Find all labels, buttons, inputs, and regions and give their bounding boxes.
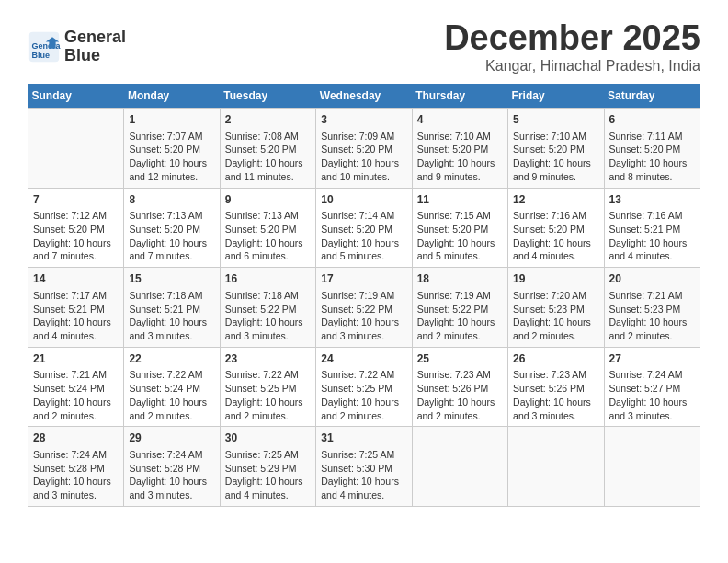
weekday-header-friday: Friday [508, 84, 604, 109]
day-info: Sunrise: 7:16 AMSunset: 5:20 PMDaylight:… [513, 209, 598, 263]
calendar-cell: 19Sunrise: 7:20 AMSunset: 5:23 PMDayligh… [508, 268, 604, 348]
calendar-cell: 7Sunrise: 7:12 AMSunset: 5:20 PMDaylight… [28, 188, 124, 268]
day-info: Sunrise: 7:19 AMSunset: 5:22 PMDaylight:… [321, 289, 406, 343]
calendar-cell: 1Sunrise: 7:07 AMSunset: 5:20 PMDaylight… [124, 109, 220, 189]
day-info: Sunrise: 7:08 AMSunset: 5:20 PMDaylight:… [225, 130, 311, 184]
day-number: 2 [225, 112, 311, 128]
calendar-cell [412, 427, 507, 507]
calendar-cell: 17Sunrise: 7:19 AMSunset: 5:22 PMDayligh… [316, 268, 412, 348]
calendar-cell: 8Sunrise: 7:13 AMSunset: 5:20 PMDaylight… [124, 188, 220, 268]
day-number: 7 [33, 192, 119, 208]
day-info: Sunrise: 7:13 AMSunset: 5:20 PMDaylight:… [225, 209, 311, 263]
day-number: 6 [609, 112, 695, 128]
calendar-cell: 14Sunrise: 7:17 AMSunset: 5:21 PMDayligh… [28, 268, 124, 348]
calendar-cell: 29Sunrise: 7:24 AMSunset: 5:28 PMDayligh… [124, 427, 220, 507]
day-number: 18 [417, 271, 503, 287]
day-number: 25 [417, 351, 503, 367]
day-info: Sunrise: 7:24 AMSunset: 5:28 PMDaylight:… [33, 448, 119, 502]
day-info: Sunrise: 7:18 AMSunset: 5:22 PMDaylight:… [225, 289, 311, 343]
calendar-cell: 11Sunrise: 7:15 AMSunset: 5:20 PMDayligh… [412, 188, 507, 268]
week-row-3: 21Sunrise: 7:21 AMSunset: 5:24 PMDayligh… [28, 347, 700, 427]
day-number: 17 [321, 271, 406, 287]
calendar-cell: 10Sunrise: 7:14 AMSunset: 5:20 PMDayligh… [316, 188, 412, 268]
day-number: 30 [225, 431, 311, 446]
day-info: Sunrise: 7:16 AMSunset: 5:21 PMDaylight:… [609, 209, 695, 263]
calendar-cell [604, 427, 700, 507]
day-number: 11 [417, 192, 503, 208]
day-number: 22 [129, 351, 214, 367]
svg-text:General: General [32, 41, 62, 51]
day-info: Sunrise: 7:24 AMSunset: 5:28 PMDaylight:… [129, 448, 214, 502]
day-info: Sunrise: 7:20 AMSunset: 5:23 PMDaylight:… [513, 289, 598, 343]
logo: General Blue General Blue [28, 29, 126, 65]
calendar-cell [28, 109, 124, 189]
calendar-cell: 4Sunrise: 7:10 AMSunset: 5:20 PMDaylight… [412, 109, 507, 189]
day-info: Sunrise: 7:10 AMSunset: 5:20 PMDaylight:… [513, 130, 598, 184]
day-info: Sunrise: 7:09 AMSunset: 5:20 PMDaylight:… [321, 130, 406, 184]
day-number: 31 [321, 431, 406, 446]
calendar-cell: 25Sunrise: 7:23 AMSunset: 5:26 PMDayligh… [412, 347, 507, 427]
day-info: Sunrise: 7:07 AMSunset: 5:20 PMDaylight:… [129, 130, 214, 184]
day-info: Sunrise: 7:15 AMSunset: 5:20 PMDaylight:… [417, 209, 503, 263]
day-info: Sunrise: 7:23 AMSunset: 5:26 PMDaylight:… [417, 368, 503, 422]
weekday-header-tuesday: Tuesday [220, 84, 315, 109]
day-info: Sunrise: 7:25 AMSunset: 5:29 PMDaylight:… [225, 448, 311, 502]
calendar-cell: 15Sunrise: 7:18 AMSunset: 5:21 PMDayligh… [124, 268, 220, 348]
weekday-header-wednesday: Wednesday [316, 84, 412, 109]
day-info: Sunrise: 7:11 AMSunset: 5:20 PMDaylight:… [609, 130, 695, 184]
day-number: 8 [129, 192, 214, 208]
calendar-cell: 24Sunrise: 7:22 AMSunset: 5:25 PMDayligh… [316, 347, 412, 427]
day-info: Sunrise: 7:10 AMSunset: 5:20 PMDaylight:… [417, 130, 503, 184]
week-row-0: 1Sunrise: 7:07 AMSunset: 5:20 PMDaylight… [28, 109, 700, 189]
calendar-cell: 23Sunrise: 7:22 AMSunset: 5:25 PMDayligh… [220, 347, 315, 427]
calendar-cell: 30Sunrise: 7:25 AMSunset: 5:29 PMDayligh… [220, 427, 315, 507]
day-number: 9 [225, 192, 311, 208]
weekday-header-row: SundayMondayTuesdayWednesdayThursdayFrid… [28, 84, 700, 109]
calendar-cell: 16Sunrise: 7:18 AMSunset: 5:22 PMDayligh… [220, 268, 315, 348]
day-number: 20 [609, 271, 695, 287]
day-info: Sunrise: 7:25 AMSunset: 5:30 PMDaylight:… [321, 448, 406, 502]
day-number: 5 [513, 112, 598, 128]
weekday-header-sunday: Sunday [28, 84, 124, 109]
day-number: 26 [513, 351, 598, 367]
header-right: December 2025 Kangar, Himachal Pradesh, … [444, 18, 700, 75]
day-number: 10 [321, 192, 406, 208]
day-info: Sunrise: 7:24 AMSunset: 5:27 PMDaylight:… [609, 368, 695, 422]
calendar-cell: 27Sunrise: 7:24 AMSunset: 5:27 PMDayligh… [604, 347, 700, 427]
day-info: Sunrise: 7:22 AMSunset: 5:24 PMDaylight:… [129, 368, 214, 422]
calendar-cell: 22Sunrise: 7:22 AMSunset: 5:24 PMDayligh… [124, 347, 220, 427]
calendar-cell: 9Sunrise: 7:13 AMSunset: 5:20 PMDaylight… [220, 188, 315, 268]
location: Kangar, Himachal Pradesh, India [444, 58, 700, 75]
day-info: Sunrise: 7:21 AMSunset: 5:24 PMDaylight:… [33, 368, 119, 422]
day-number: 1 [129, 112, 214, 128]
day-number: 15 [129, 271, 214, 287]
day-info: Sunrise: 7:17 AMSunset: 5:21 PMDaylight:… [33, 289, 119, 343]
day-number: 12 [513, 192, 598, 208]
day-info: Sunrise: 7:22 AMSunset: 5:25 PMDaylight:… [321, 368, 406, 422]
day-number: 14 [33, 271, 119, 287]
day-number: 24 [321, 351, 406, 367]
calendar-cell [508, 427, 604, 507]
calendar-cell: 13Sunrise: 7:16 AMSunset: 5:21 PMDayligh… [604, 188, 700, 268]
week-row-1: 7Sunrise: 7:12 AMSunset: 5:20 PMDaylight… [28, 188, 700, 268]
day-number: 13 [609, 192, 695, 208]
day-number: 27 [609, 351, 695, 367]
logo-icon: General Blue [28, 30, 61, 63]
day-number: 28 [33, 431, 119, 446]
calendar-cell: 20Sunrise: 7:21 AMSunset: 5:23 PMDayligh… [604, 268, 700, 348]
week-row-4: 28Sunrise: 7:24 AMSunset: 5:28 PMDayligh… [28, 427, 700, 507]
calendar-cell: 26Sunrise: 7:23 AMSunset: 5:26 PMDayligh… [508, 347, 604, 427]
svg-text:Blue: Blue [32, 51, 51, 60]
calendar-cell: 18Sunrise: 7:19 AMSunset: 5:22 PMDayligh… [412, 268, 507, 348]
calendar-cell: 28Sunrise: 7:24 AMSunset: 5:28 PMDayligh… [28, 427, 124, 507]
calendar-cell: 21Sunrise: 7:21 AMSunset: 5:24 PMDayligh… [28, 347, 124, 427]
weekday-header-saturday: Saturday [604, 84, 700, 109]
day-info: Sunrise: 7:23 AMSunset: 5:26 PMDaylight:… [513, 368, 598, 422]
calendar-cell: 2Sunrise: 7:08 AMSunset: 5:20 PMDaylight… [220, 109, 315, 189]
calendar-cell: 31Sunrise: 7:25 AMSunset: 5:30 PMDayligh… [316, 427, 412, 507]
day-number: 23 [225, 351, 311, 367]
day-number: 16 [225, 271, 311, 287]
calendar-table: SundayMondayTuesdayWednesdayThursdayFrid… [28, 84, 700, 507]
day-info: Sunrise: 7:21 AMSunset: 5:23 PMDaylight:… [609, 289, 695, 343]
day-info: Sunrise: 7:19 AMSunset: 5:22 PMDaylight:… [417, 289, 503, 343]
